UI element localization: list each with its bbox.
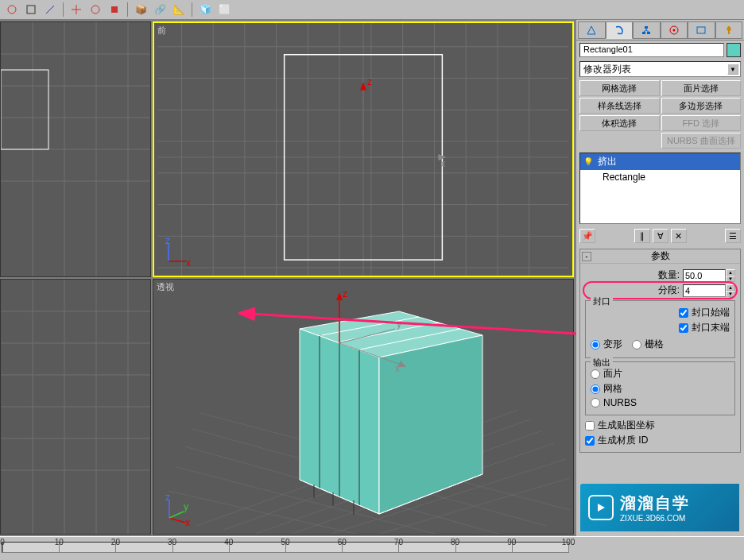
tab-hierarchy[interactable] — [633, 21, 661, 39]
cap-end-label: 封口末端 — [692, 321, 730, 334]
toolbar-icon[interactable]: 📦 — [132, 2, 149, 17]
toolbar-icon[interactable]: 📐 — [170, 2, 188, 17]
toolbar-icon[interactable] — [3, 2, 21, 17]
viewport-left[interactable] — [0, 279, 151, 535]
ruler-track[interactable]: 0 10 20 30 40 50 60 70 80 90 100 — [2, 542, 569, 553]
tab-utilities[interactable] — [715, 21, 743, 39]
object-name-field[interactable]: Rectangle01 — [579, 43, 724, 57]
out-nurbs-radio[interactable] — [591, 398, 600, 407]
svg-marker-78 — [336, 292, 343, 300]
toolbar-icon[interactable]: 🧊 — [196, 2, 214, 17]
modifier-buttons: 网格选择 面片选择 样条线选择 多边形选择 体积选择 FFD 选择 NURBS … — [576, 79, 744, 150]
amount-spinner[interactable]: ▲▼ — [683, 269, 735, 282]
cap-start-label: 封口始端 — [692, 306, 730, 319]
output-group: 输出 面片 网格 NURBS — [585, 361, 735, 415]
command-panel: Rectangle01 修改器列表 ▼ 网格选择 面片选择 样条线选择 多边形选… — [575, 20, 744, 536]
tab-create[interactable] — [578, 21, 606, 39]
play-icon — [588, 495, 614, 520]
mesh-select-button[interactable]: 网格选择 — [579, 80, 660, 96]
svg-marker-76 — [379, 335, 482, 514]
make-unique-icon[interactable]: ∀ — [653, 229, 668, 243]
out-patch-radio[interactable] — [591, 369, 600, 379]
spline-select-button[interactable]: 样条线选择 — [579, 98, 660, 114]
svg-text:x: x — [440, 158, 445, 169]
gen-map-checkbox[interactable] — [585, 421, 595, 431]
segments-spinner[interactable]: ▲▼ — [683, 284, 735, 297]
svg-text:y: y — [397, 319, 401, 330]
toolbar-icon[interactable] — [68, 2, 85, 17]
cap-end-checkbox[interactable] — [679, 323, 688, 333]
rollout-header[interactable]: - 参数 — [580, 249, 740, 264]
svg-rect-99 — [697, 27, 705, 33]
toolbar-icon[interactable] — [22, 2, 40, 17]
modifier-stack[interactable]: 挤出 Rectangle — [579, 153, 741, 224]
pin-stack-icon[interactable]: 📌 — [579, 229, 595, 243]
viewport-label: 前 — [157, 25, 166, 37]
axis-gizmo: z x y — [161, 494, 193, 526]
vol-select-button[interactable]: 体积选择 — [579, 115, 660, 131]
cap-group: 封口 封口始端 封口末端 变形 栅格 — [585, 300, 735, 358]
spinner-up-icon[interactable]: ▲ — [726, 284, 735, 291]
viewport-label: 透视 — [157, 281, 174, 293]
spinner-down-icon[interactable]: ▼ — [726, 276, 735, 282]
out-mesh-radio[interactable] — [591, 384, 600, 394]
viewport-front[interactable]: 前 — [153, 21, 574, 277]
rollout-parameters: - 参数 数量: ▲▼ 分段: ▲▼ — [579, 249, 741, 453]
time-ruler[interactable]: 0 10 20 30 40 50 60 70 80 90 100 — [0, 536, 744, 558]
remove-modifier-icon[interactable]: ✕ — [671, 229, 687, 243]
axis-gizmo: z x — [162, 236, 194, 268]
morph-radio[interactable] — [591, 340, 600, 350]
svg-text:z: z — [165, 494, 170, 503]
viewport-area: 前 — [0, 20, 575, 536]
svg-rect-96 — [647, 32, 650, 34]
group-legend: 封口 — [591, 295, 613, 307]
svg-point-98 — [672, 29, 675, 32]
spinner-up-icon[interactable]: ▲ — [726, 269, 735, 276]
stack-item-rectangle[interactable]: Rectangle — [580, 170, 740, 184]
command-panel-tabs — [576, 20, 744, 41]
svg-rect-3 — [111, 6, 118, 13]
gen-matid-checkbox[interactable] — [585, 436, 595, 446]
rollout-title: 参数 — [651, 249, 670, 263]
tab-modify[interactable] — [606, 21, 634, 39]
grid: z x — [154, 23, 572, 276]
grid — [1, 280, 150, 534]
cap-start-checkbox[interactable] — [679, 308, 688, 318]
tab-display[interactable] — [688, 21, 715, 39]
watermark-title: 溜溜自学 — [620, 492, 690, 514]
svg-point-2 — [91, 6, 99, 14]
toolbar-icon[interactable] — [106, 2, 123, 17]
dropdown-label: 修改器列表 — [583, 63, 631, 76]
object-color-swatch[interactable] — [727, 43, 741, 57]
svg-text:x: x — [186, 257, 191, 268]
toolbar-icon[interactable]: ⬜ — [215, 2, 233, 17]
grid-radio[interactable] — [632, 340, 641, 350]
patch-select-button[interactable]: 面片选择 — [661, 80, 742, 96]
segments-input[interactable] — [683, 284, 726, 297]
svg-text:x: x — [185, 517, 190, 526]
poly-select-button[interactable]: 多边形选择 — [661, 98, 742, 114]
spinner-down-icon[interactable]: ▼ — [726, 291, 735, 297]
toolbar: 📦 🔗 📐 🧊 ⬜ — [0, 0, 744, 20]
watermark: 溜溜自学 ZIXUE.3D66.COM — [580, 484, 739, 531]
viewport-top[interactable] — [0, 21, 151, 277]
configure-sets-icon[interactable]: ☰ — [725, 229, 741, 243]
nurbs-surf-button[interactable]: NURBS 曲面选择 — [661, 133, 742, 149]
viewport-perspective[interactable]: 透视 — [153, 279, 574, 535]
grid — [1, 22, 150, 276]
show-end-result-icon[interactable]: ∥ — [634, 229, 650, 243]
toolbar-icon[interactable] — [41, 2, 59, 17]
toolbar-icon[interactable] — [87, 2, 104, 17]
watermark-url: ZIXUE.3D66.COM — [620, 514, 690, 523]
svg-rect-1 — [27, 6, 35, 14]
svg-marker-38 — [360, 83, 366, 91]
svg-text:x: x — [395, 363, 400, 374]
amount-input[interactable] — [683, 269, 726, 282]
modifier-list-dropdown[interactable]: 修改器列表 ▼ — [579, 61, 741, 77]
stack-tools: 📌 ∥ ∀ ✕ ☰ — [576, 226, 744, 245]
tab-motion[interactable] — [661, 21, 688, 39]
perspective-scene: z x y — [153, 280, 573, 534]
toolbar-icon[interactable]: 🔗 — [151, 2, 169, 17]
stack-item-extrude[interactable]: 挤出 — [580, 153, 740, 170]
ffd-select-button[interactable]: FFD 选择 — [661, 115, 742, 131]
